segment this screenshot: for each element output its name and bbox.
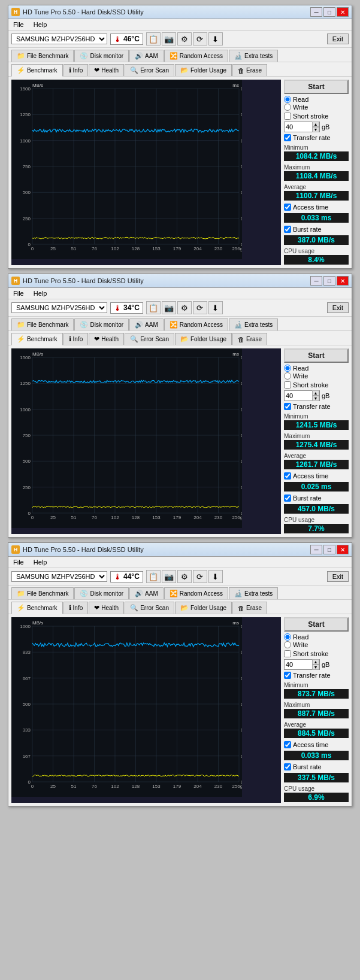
tab-benchmark[interactable]: ⚡ Benchmark <box>11 333 63 345</box>
download-icon-btn-1[interactable]: ⬇ <box>208 32 223 45</box>
short-stroke-label-2[interactable]: Short stroke <box>284 381 349 389</box>
access-time-label-1[interactable]: Access time <box>284 204 349 211</box>
menu-file-3[interactable]: File <box>11 558 26 566</box>
write-radio-1[interactable] <box>284 104 291 111</box>
tab-info[interactable]: ℹ Info <box>63 333 89 345</box>
tab-health[interactable]: ❤ Health <box>89 602 124 614</box>
transfer-rate-label-2[interactable]: Transfer rate <box>284 403 349 410</box>
tab-aam[interactable]: 🔊 AAM <box>129 50 164 62</box>
refresh-icon-btn-2[interactable]: ⟳ <box>193 301 207 314</box>
menu-help-1[interactable]: Help <box>32 20 49 29</box>
burst-rate-checkbox-3[interactable] <box>284 763 291 770</box>
maximize-btn-2[interactable]: □ <box>323 276 335 286</box>
tab-file-benchmark[interactable]: 📁 File Benchmark <box>11 587 74 599</box>
close-btn-1[interactable]: ✕ <box>337 7 349 17</box>
tab-error-scan[interactable]: 🔍 Error Scan <box>125 333 174 345</box>
close-btn-2[interactable]: ✕ <box>337 276 349 286</box>
minimize-btn-2[interactable]: ─ <box>310 276 322 286</box>
access-time-label-3[interactable]: Access time <box>284 741 349 748</box>
settings-icon-btn-2[interactable]: ⚙ <box>177 301 192 314</box>
download-icon-btn-2[interactable]: ⬇ <box>208 301 223 314</box>
tab-extra-tests[interactable]: 🔬 Extra tests <box>229 50 278 62</box>
burst-rate-label-3[interactable]: Burst rate <box>284 763 349 770</box>
menu-help-3[interactable]: Help <box>32 558 49 566</box>
tab-extra-tests[interactable]: 🔬 Extra tests <box>229 318 278 330</box>
write-radio-label-3[interactable]: Write <box>284 641 349 648</box>
camera-icon-btn-2[interactable]: 📷 <box>162 301 176 314</box>
burst-rate-label-1[interactable]: Burst rate <box>284 226 349 233</box>
refresh-icon-btn-3[interactable]: ⟳ <box>193 570 207 583</box>
tab-info[interactable]: ℹ Info <box>63 64 89 76</box>
tab-benchmark[interactable]: ⚡ Benchmark <box>11 602 63 614</box>
minimize-btn-3[interactable]: ─ <box>310 545 322 554</box>
write-radio-2[interactable] <box>284 372 291 380</box>
tab-error-scan[interactable]: 🔍 Error Scan <box>125 602 174 614</box>
tab-random-access[interactable]: 🔀 Random Access <box>164 50 228 62</box>
tab-disk-monitor[interactable]: 💿 Disk monitor <box>74 587 129 599</box>
read-radio-1[interactable] <box>284 96 291 103</box>
read-radio-label-2[interactable]: Read <box>284 365 349 372</box>
tab-error-scan[interactable]: 🔍 Error Scan <box>125 64 174 76</box>
transfer-rate-checkbox-3[interactable] <box>284 672 291 679</box>
tab-aam[interactable]: 🔊 AAM <box>129 318 164 330</box>
drive-select-2[interactable]: SAMSUNG MZHPV256HDGL-00000 (256 <box>11 302 107 313</box>
spin-up-3[interactable]: ▲ <box>312 659 319 665</box>
tab-file-benchmark[interactable]: 📁 File Benchmark <box>11 318 74 330</box>
start-btn-3[interactable]: Start <box>284 617 349 632</box>
exit-btn-1[interactable]: Exit <box>327 34 349 44</box>
write-radio-label-2[interactable]: Write <box>284 372 349 380</box>
info-icon-btn-1[interactable]: 📋 <box>146 32 161 45</box>
tab-disk-monitor[interactable]: 💿 Disk monitor <box>74 318 129 330</box>
spin-up-2[interactable]: ▲ <box>312 390 319 396</box>
tab-erase[interactable]: 🗑 Erase <box>232 64 267 76</box>
tab-health[interactable]: ❤ Health <box>89 64 124 76</box>
start-btn-2[interactable]: Start <box>284 348 349 363</box>
read-radio-label-3[interactable]: Read <box>284 633 349 641</box>
write-radio-3[interactable] <box>284 641 291 648</box>
maximize-btn-3[interactable]: □ <box>323 545 335 554</box>
download-icon-btn-3[interactable]: ⬇ <box>208 570 223 583</box>
menu-file-2[interactable]: File <box>11 289 26 298</box>
exit-btn-2[interactable]: Exit <box>327 302 349 313</box>
transfer-rate-checkbox-1[interactable] <box>284 134 291 141</box>
access-time-checkbox-2[interactable] <box>284 472 291 480</box>
tab-erase[interactable]: 🗑 Erase <box>232 333 267 345</box>
burst-rate-label-2[interactable]: Burst rate <box>284 494 349 502</box>
tab-disk-monitor[interactable]: 💿 Disk monitor <box>74 50 129 62</box>
access-time-checkbox-3[interactable] <box>284 741 291 748</box>
transfer-rate-checkbox-2[interactable] <box>284 403 291 410</box>
short-stroke-label-3[interactable]: Short stroke <box>284 650 349 657</box>
menu-help-2[interactable]: Help <box>32 289 49 298</box>
tab-info[interactable]: ℹ Info <box>63 602 89 614</box>
tab-random-access[interactable]: 🔀 Random Access <box>164 318 228 330</box>
minimize-btn-1[interactable]: ─ <box>310 7 322 17</box>
drive-select-1[interactable]: SAMSUNG MZHPV256HDGL-00000 (256 <box>11 34 107 44</box>
info-icon-btn-2[interactable]: 📋 <box>146 301 161 314</box>
tab-extra-tests[interactable]: 🔬 Extra tests <box>229 587 278 599</box>
spin-down-1[interactable]: ▼ <box>312 127 319 132</box>
transfer-rate-label-1[interactable]: Transfer rate <box>284 134 349 141</box>
read-radio-label-1[interactable]: Read <box>284 96 349 103</box>
short-stroke-label-1[interactable]: Short stroke <box>284 113 349 120</box>
tab-folder-usage[interactable]: 📂 Folder Usage <box>175 64 232 76</box>
short-stroke-checkbox-2[interactable] <box>284 381 291 389</box>
spin-down-3[interactable]: ▼ <box>312 665 319 670</box>
camera-icon-btn-3[interactable]: 📷 <box>162 570 176 583</box>
burst-rate-checkbox-1[interactable] <box>284 226 291 233</box>
burst-rate-checkbox-2[interactable] <box>284 494 291 502</box>
camera-icon-btn-1[interactable]: 📷 <box>162 32 176 45</box>
access-time-label-2[interactable]: Access time <box>284 472 349 480</box>
maximize-btn-1[interactable]: □ <box>323 7 335 17</box>
tab-health[interactable]: ❤ Health <box>89 333 124 345</box>
short-stroke-checkbox-1[interactable] <box>284 113 291 120</box>
read-radio-3[interactable] <box>284 633 291 641</box>
write-radio-label-1[interactable]: Write <box>284 104 349 111</box>
read-radio-2[interactable] <box>284 365 291 372</box>
menu-file-1[interactable]: File <box>11 20 26 29</box>
settings-icon-btn-3[interactable]: ⚙ <box>177 570 192 583</box>
tab-aam[interactable]: 🔊 AAM <box>129 587 164 599</box>
tab-benchmark[interactable]: ⚡ Benchmark <box>11 64 63 77</box>
spin-up-1[interactable]: ▲ <box>312 122 319 127</box>
close-btn-3[interactable]: ✕ <box>337 545 349 554</box>
refresh-icon-btn-1[interactable]: ⟳ <box>193 32 207 45</box>
